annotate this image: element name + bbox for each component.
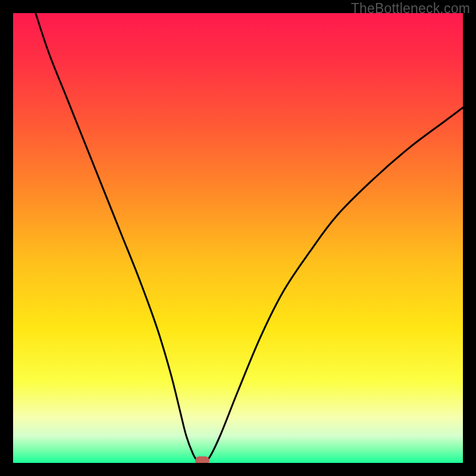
minimum-marker xyxy=(195,456,209,463)
bottleneck-curve xyxy=(13,13,463,463)
chart-frame: TheBottleneck.com xyxy=(0,0,476,476)
plot-area xyxy=(13,13,463,463)
